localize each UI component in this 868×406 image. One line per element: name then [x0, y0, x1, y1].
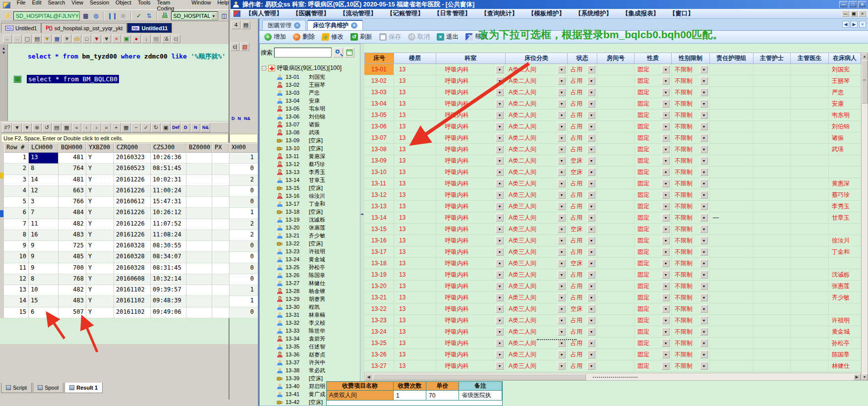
bed-cell[interactable] — [753, 224, 791, 234]
tree-item[interactable]: 13-06刘伯锦 — [260, 113, 360, 120]
chevron-down-icon[interactable]: ▼ — [662, 259, 670, 267]
bed-cell[interactable] — [791, 258, 829, 269]
bed-cell[interactable]: 13 — [394, 110, 436, 120]
grid-cell[interactable]: 12 — [29, 186, 58, 197]
bed-cell[interactable] — [791, 87, 829, 98]
bed-cell[interactable]: 不限制▼ — [672, 110, 710, 120]
next-record-icon[interactable]: › — [92, 123, 101, 132]
bed-cell[interactable]: 13 — [394, 269, 436, 280]
chevron-down-icon[interactable]: ▼ — [587, 134, 595, 142]
chevron-down-icon[interactable]: ▼ — [587, 350, 595, 358]
session-icon[interactable]: ▩ — [81, 11, 90, 20]
collapse-icon[interactable]: − — [262, 66, 266, 70]
bed-cell[interactable] — [710, 64, 753, 75]
rollback-icon[interactable]: ↻ — [151, 123, 161, 132]
chevron-down-icon[interactable]: ▼ — [496, 134, 504, 142]
grid-cell[interactable]: Y — [86, 208, 114, 219]
bed-cell[interactable]: 齐少敏 — [829, 292, 861, 303]
chevron-down-icon[interactable]: ▼ — [700, 100, 708, 108]
bed-cell[interactable]: 不限制▼ — [672, 132, 710, 143]
bed-cell[interactable]: 占用▼ — [568, 269, 597, 280]
bed-cell[interactable] — [753, 360, 791, 371]
bed-cell[interactable]: 13-18 — [364, 258, 394, 269]
print-icon[interactable]: ▤ — [52, 123, 61, 132]
grid-cell[interactable] — [186, 263, 212, 274]
schema-combo[interactable]: SD_HOSPITAL▼ — [171, 11, 219, 20]
bed-cell[interactable]: 呼吸内科▼ — [436, 201, 506, 212]
grid-cell[interactable]: 20161226 — [114, 175, 151, 186]
bed-cell[interactable]: 呼吸内科▼ — [436, 235, 506, 246]
bed-cell[interactable]: A类三人间▼ — [506, 235, 568, 246]
bed-cell[interactable]: 13 — [394, 258, 436, 269]
tree-item[interactable]: 13-36赵赛贞 — [260, 350, 360, 358]
chevron-down-icon[interactable]: ▼ — [662, 271, 670, 279]
bed-cell[interactable]: A类三人间▼ — [506, 201, 568, 212]
bed-cell[interactable] — [597, 110, 635, 120]
bed-cell[interactable] — [710, 132, 753, 143]
bed-cell[interactable]: 13-27 — [364, 360, 394, 371]
bed-cell[interactable]: A类三人间▼ — [506, 292, 568, 303]
grid-cell[interactable] — [186, 230, 212, 241]
bed-cell[interactable]: 13 — [394, 246, 436, 257]
bed-cell[interactable] — [710, 315, 753, 326]
chevron-down-icon[interactable]: ▼ — [662, 122, 670, 130]
bed-cell[interactable] — [710, 201, 753, 212]
bed-cell[interactable]: 占用▼ — [568, 98, 597, 109]
bed-cell[interactable]: 固定▼ — [635, 212, 672, 223]
chevron-down-icon[interactable]: ▼ — [558, 362, 566, 370]
chevron-down-icon[interactable]: ▼ — [662, 350, 670, 358]
grid-cell[interactable]: 20160328 — [114, 263, 151, 274]
bed-cell[interactable]: 不限制▼ — [672, 292, 710, 303]
commit-icon[interactable]: ✓ — [134, 11, 143, 20]
bed-cell[interactable]: 呼吸内科▼ — [436, 132, 506, 143]
scroll-up-icon[interactable]: ▲ — [862, 53, 868, 59]
sort-icon[interactable]: ▼ — [12, 123, 22, 132]
bed-cell[interactable] — [753, 326, 791, 337]
bed-cell[interactable]: 固定▼ — [635, 167, 672, 177]
grid-cell[interactable] — [186, 285, 212, 296]
maximize-icon[interactable]: □ — [849, 1, 857, 8]
chevron-down-icon[interactable]: ▼ — [496, 225, 504, 233]
tree-item[interactable]: 13-31林章楠 — [260, 311, 360, 319]
bed-cell[interactable] — [710, 303, 753, 314]
chevron-down-icon[interactable]: ▼ — [558, 168, 566, 176]
bed-cell[interactable]: 不限制▼ — [672, 178, 710, 189]
grid-cell[interactable]: Y — [86, 197, 114, 208]
bed-cell[interactable] — [791, 155, 829, 166]
bed-row[interactable]: 13-2513呼吸内科▼A类二人间▼占用▼固定▼不限制▼孙松亭 — [364, 338, 861, 349]
mdi-close-icon[interactable]: × — [859, 10, 866, 17]
bed-row[interactable]: 13-0113呼吸内科▼A类二人间▼占用▼固定▼不限制▼刘国宪 — [364, 64, 861, 75]
bed-cell[interactable] — [829, 224, 861, 234]
tree-item[interactable]: 13-25孙松亭 — [260, 263, 360, 271]
bed-cell[interactable]: 不限制▼ — [672, 246, 710, 257]
bed-cell[interactable]: A类三人间▼ — [506, 258, 568, 269]
bed-cell[interactable]: 呼吸内科▼ — [436, 281, 506, 291]
bed-cell[interactable]: 空床▼ — [568, 155, 597, 166]
bed-cell[interactable]: 13 — [394, 349, 436, 360]
web-icon[interactable]: ◍ — [92, 11, 101, 20]
bed-cell[interactable]: 占用▼ — [568, 121, 597, 132]
grid-cell[interactable]: 15 — [4, 307, 29, 318]
bed-cell[interactable]: 占用▼ — [568, 110, 597, 120]
bed-cell[interactable]: 13-20 — [364, 281, 394, 291]
tree-item[interactable]: 13-03严忠 — [260, 89, 360, 97]
grid-cell[interactable]: 20161226 — [114, 208, 151, 219]
grid-cell[interactable] — [212, 252, 230, 263]
chevron-down-icon[interactable]: ▼ — [558, 157, 566, 165]
insert-record-icon[interactable]: + — [112, 123, 121, 132]
bed-row[interactable]: 13-0913呼吸内科▼A类二人间▼空床▼固定▼不限制▼ — [364, 155, 861, 167]
bed-cell[interactable]: 固定▼ — [635, 360, 672, 371]
chevron-down-icon[interactable]: ▼ — [496, 328, 504, 336]
bed-cell[interactable]: 占用▼ — [568, 75, 597, 86]
describe2-icon[interactable]: ▤ — [152, 35, 161, 43]
grid-cell[interactable] — [212, 175, 230, 186]
grid-cell[interactable]: Y — [86, 296, 114, 307]
bed-cell[interactable] — [597, 292, 635, 303]
bed-cell[interactable] — [753, 178, 791, 189]
bed-cell[interactable]: 13 — [394, 360, 436, 371]
panel-splitter[interactable]: ◂▸ — [360, 44, 364, 406]
chevron-down-icon[interactable]: ▼ — [496, 293, 504, 301]
save-icon[interactable]: ▦ — [62, 123, 71, 132]
bed-cell[interactable] — [753, 303, 791, 314]
grid-cell[interactable] — [212, 274, 230, 285]
